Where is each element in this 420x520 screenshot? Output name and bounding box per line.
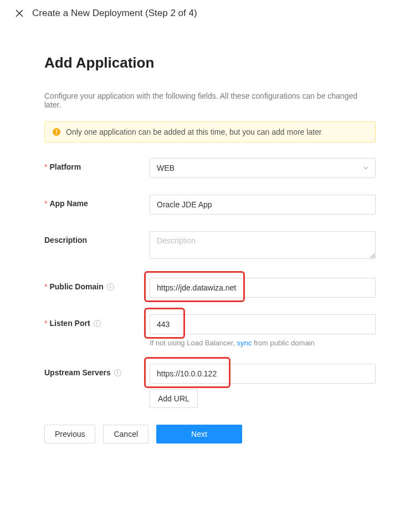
listen-port-input[interactable]	[150, 314, 376, 334]
info-icon: !	[53, 128, 60, 136]
header-title: Create a New Deployment (Step 2 of 4)	[32, 8, 197, 19]
page-intro: Configure your application with the foll…	[44, 91, 376, 109]
platform-select[interactable]: WEB	[150, 158, 376, 178]
platform-value: WEB	[157, 164, 175, 172]
sync-link[interactable]: sync	[237, 339, 252, 347]
info-icon[interactable]: i	[114, 369, 121, 376]
close-icon[interactable]	[16, 9, 23, 17]
public-domain-label: * Public Domain i	[44, 278, 150, 291]
next-button[interactable]: Next	[156, 425, 242, 443]
upstream-server-input[interactable]	[150, 364, 376, 384]
add-url-button[interactable]: Add URL	[150, 389, 198, 408]
listen-port-label: * Listen Port i	[44, 314, 150, 328]
platform-label: * Platform	[44, 158, 150, 171]
info-icon[interactable]: i	[107, 283, 114, 290]
listen-port-hint: If not using Load Balancer, sync from pu…	[150, 339, 376, 347]
previous-button[interactable]: Previous	[44, 425, 95, 443]
app-name-label: * App Name	[44, 195, 150, 208]
cancel-button[interactable]: Cancel	[103, 425, 148, 443]
upstream-servers-label: Upstream Servers i	[44, 364, 150, 377]
page-title: Add Application	[44, 54, 376, 72]
description-textarea[interactable]	[150, 231, 376, 259]
public-domain-input[interactable]	[150, 278, 376, 298]
description-label: Description	[44, 231, 150, 244]
alert-text: Only one application can be added at thi…	[66, 128, 322, 136]
alert-banner: ! Only one application can be added at t…	[44, 121, 376, 142]
app-name-input[interactable]	[150, 195, 376, 215]
info-icon[interactable]: i	[94, 320, 101, 327]
chevron-down-icon	[363, 165, 368, 171]
